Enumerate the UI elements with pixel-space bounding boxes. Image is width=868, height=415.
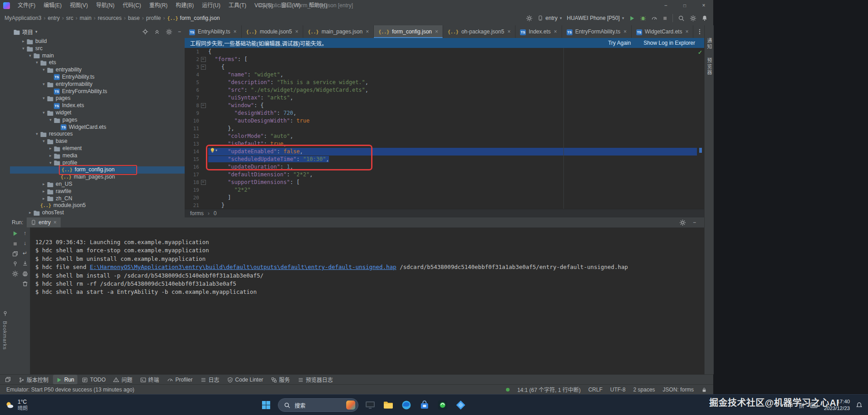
gutter-line-19[interactable]: 19: [185, 186, 208, 194]
tab-close-icon[interactable]: ×: [435, 28, 438, 35]
tree-collapsed-arrow-icon[interactable]: ▸: [41, 188, 47, 195]
fold-marker-icon[interactable]: −: [199, 57, 207, 62]
tab-main_pages.json[interactable]: {..}main_pages.json×: [303, 25, 374, 38]
gutter-line-5[interactable]: 5: [185, 79, 208, 86]
tree-item-widget[interactable]: ▾widget: [10, 109, 185, 117]
file-encoding[interactable]: UTF-8: [610, 387, 625, 393]
device-select[interactable]: HUAWEI Phone [P50]▾: [567, 15, 624, 21]
app-icon-deveco-studio[interactable]: [436, 399, 449, 411]
tree-expanded-arrow-icon[interactable]: ▾: [34, 131, 40, 138]
close-button[interactable]: ×: [694, 0, 713, 11]
toolwindow-终端[interactable]: 终端: [137, 375, 162, 384]
gutter-line-12[interactable]: 12: [185, 132, 208, 140]
console-file-link[interactable]: E:\HarmonyOS\MyApplication3\entry\build\…: [90, 264, 396, 270]
hide-panel-icon[interactable]: −: [178, 28, 181, 35]
tab-form_config.json[interactable]: {..}form_config.json×: [374, 25, 443, 38]
toolwindow-Profiler[interactable]: Profiler: [164, 375, 196, 384]
code-viewport[interactable]: 12−3−45678−9101112131415161718−192021 { …: [185, 48, 704, 209]
tree-item-EntryFormAbility.ts[interactable]: TSEntryFormAbility.ts: [10, 88, 185, 95]
breadcrumb-item-src[interactable]: src: [66, 15, 73, 21]
breadcrumb-forms[interactable]: forms: [190, 210, 204, 217]
tree-item-build[interactable]: ▸build: [10, 38, 185, 45]
taskbar-search[interactable]: 搜索: [278, 398, 358, 412]
editor-scrollbar[interactable]: ✓: [697, 48, 704, 209]
tree-expanded-arrow-icon[interactable]: ▾: [20, 45, 26, 52]
tab-Index.ets[interactable]: TSIndex.ets×: [515, 25, 562, 38]
gutter-line-15[interactable]: 15: [185, 156, 208, 163]
tree-item-pages[interactable]: ▾pages: [10, 117, 185, 124]
tab-EntryFormAbility.ts[interactable]: TSEntryFormAbility.ts×: [562, 25, 632, 38]
fold-marker-icon[interactable]: −: [199, 103, 207, 108]
code-line-12[interactable]: "colorMode": "auto",: [208, 132, 697, 140]
try-again-link[interactable]: Try Again: [608, 40, 631, 46]
code-lines[interactable]: { "forms": [ { "name": "widget", "descri…: [208, 48, 697, 209]
app-icon-file-explorer[interactable]: [382, 399, 395, 411]
menu-item-视图(V)[interactable]: 视图(V): [66, 0, 92, 11]
tool-window-switcher-icon[interactable]: [2, 377, 14, 382]
console-down-icon[interactable]: ↓: [24, 240, 26, 246]
menu-item-文件(F)[interactable]: 文件(F): [14, 0, 39, 11]
search-visual-icon[interactable]: [346, 401, 355, 410]
tab-close-icon[interactable]: ×: [234, 28, 237, 35]
start-button[interactable]: [260, 399, 272, 411]
tree-item-element[interactable]: ▸element: [10, 145, 185, 152]
code-line-17[interactable]: "defaultDimension": "2*2",: [208, 171, 697, 179]
gutter-line-11[interactable]: 11: [185, 125, 208, 132]
gutter-line-1[interactable]: 1: [185, 48, 208, 56]
run-console[interactable]: 12/23 09:36:43: Launching com.example.my…: [30, 227, 704, 374]
tab-close-icon[interactable]: ×: [685, 28, 688, 35]
gutter-line-3[interactable]: 3−: [185, 63, 208, 71]
tree-expanded-arrow-icon[interactable]: ▾: [48, 117, 53, 124]
tree-item-main[interactable]: ▾main: [10, 52, 185, 60]
tree-expanded-arrow-icon[interactable]: ▾: [34, 59, 40, 66]
menu-item-运行(U)[interactable]: 运行(U): [198, 0, 224, 11]
app-icon-edge[interactable]: [400, 399, 413, 411]
console-scrollend-icon[interactable]: [22, 260, 28, 266]
code-line-20[interactable]: ]: [208, 194, 697, 202]
tree-collapsed-arrow-icon[interactable]: ▸: [41, 181, 47, 188]
tree-collapsed-arrow-icon[interactable]: ▸: [48, 145, 53, 152]
gutter-line-9[interactable]: 9: [185, 109, 208, 117]
locate-file-icon[interactable]: [142, 28, 148, 35]
app-icon-device-tool[interactable]: [454, 399, 467, 411]
toolwindow-TODO[interactable]: TODO: [79, 375, 109, 384]
tree-collapsed-arrow-icon[interactable]: ▸: [41, 195, 47, 203]
caret-position[interactable]: 14:1 (67 个字符, 1 行中断): [517, 386, 581, 393]
tree-collapsed-arrow-icon[interactable]: ▸: [20, 38, 26, 45]
tree-item-base[interactable]: ▾base: [10, 138, 185, 145]
run-button[interactable]: [629, 15, 635, 21]
code-line-21[interactable]: }: [208, 202, 697, 209]
tab-close-icon[interactable]: ×: [624, 28, 627, 35]
breadcrumb-item-resources[interactable]: resources: [98, 15, 122, 21]
weather-widget[interactable]: 1°C 晴朗: [5, 395, 28, 415]
tree-collapsed-arrow-icon[interactable]: ▸: [27, 209, 33, 217]
menu-item-构建(B)[interactable]: 构建(B): [172, 0, 198, 11]
tab-EntryAbility.ts[interactable]: TSEntryAbility.ts×: [185, 25, 242, 38]
toolwindow-日志[interactable]: 日志: [197, 375, 223, 384]
tab-WidgetCard.ets[interactable]: TSWidgetCard.ets×: [632, 25, 694, 38]
line-separator[interactable]: CRLF: [588, 387, 602, 393]
gutter-line-10[interactable]: 10: [185, 117, 208, 125]
run-settings-icon[interactable]: [679, 219, 686, 226]
breadcrumb-item-MyApplication3[interactable]: MyApplication3: [5, 15, 41, 21]
gutter-line-13[interactable]: 13: [185, 140, 208, 148]
menu-item-重构(R)[interactable]: 重构(R): [145, 0, 172, 11]
tree-item-entryformability[interactable]: ▾entryformability: [10, 81, 185, 88]
tree-item-ets[interactable]: ▾ets: [10, 59, 185, 66]
json-schema[interactable]: JSON: forms: [663, 387, 694, 393]
gutter-line-21[interactable]: 21: [185, 202, 208, 209]
tree-item-ohosTest[interactable]: ▸ohosTest: [10, 209, 185, 217]
right-strip-tab-通知[interactable]: 通知: [706, 38, 713, 50]
toolwindow-Code Linter[interactable]: Code Linter: [224, 375, 267, 384]
tree-expanded-arrow-icon[interactable]: ▾: [41, 95, 47, 102]
run-gear-icon[interactable]: [12, 270, 19, 277]
code-line-4[interactable]: "name": "widget",: [208, 71, 697, 79]
code-line-2[interactable]: "forms": [: [208, 56, 697, 63]
right-strip-tab-预览器[interactable]: 预览器: [706, 58, 713, 75]
notifications-bell-icon[interactable]: [701, 15, 708, 22]
menu-item-导航(N)[interactable]: 导航(N): [92, 0, 119, 11]
toolwindow-Run[interactable]: Run: [53, 375, 77, 384]
tree-item-src[interactable]: ▾src: [10, 45, 185, 52]
gutter-line-6[interactable]: 6: [185, 86, 208, 94]
breadcrumb-item-entry[interactable]: entry: [48, 15, 60, 21]
